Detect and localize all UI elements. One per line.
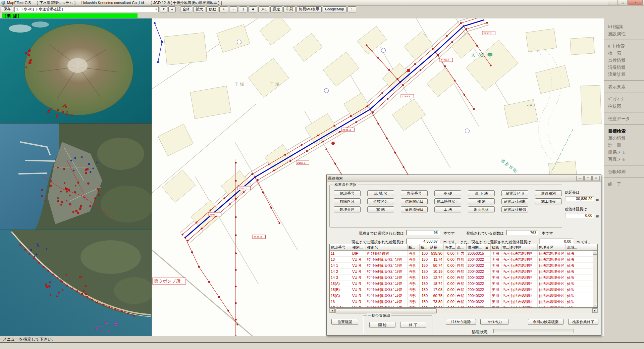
layer-up-button[interactable]: ▲ bbox=[168, 6, 176, 12]
search-button-construction-info[interactable]: 施工情報 bbox=[535, 198, 562, 204]
dialog-maximize-icon[interactable]: □ bbox=[584, 176, 592, 181]
toolbar-button-pan[interactable]: 移動 bbox=[206, 6, 218, 12]
table-row[interactable]: 17-1(A)VU-Rﾘﾌﾞ付硬質塩化ﾋﾞﾆﾙ管円形15040.810.00自然… bbox=[330, 305, 597, 308]
sidebar-item-measure[interactable]: 計 測 bbox=[604, 142, 644, 149]
sidebar-item-inspection-info[interactable]: 点検情報 bbox=[604, 57, 644, 64]
column-header[interactable]: 施設番号 bbox=[330, 244, 351, 250]
search-button-notice-no[interactable]: 告示番号 bbox=[401, 190, 428, 196]
column-header[interactable]: 流域... bbox=[566, 244, 596, 250]
overview-panel-coastline[interactable] bbox=[0, 230, 152, 337]
sidebar-item-route-search[interactable]: ﾙｰﾄ 検索 bbox=[604, 43, 644, 50]
sidebar-item-exit[interactable]: 終 了 bbox=[604, 181, 644, 188]
table-row[interactable]: 14-3VU-Rﾘﾌﾞ付硬質塩化ﾋﾞﾆﾙ管円形15012.740.00自然200… bbox=[330, 275, 597, 281]
sidebar-item-layer-edit[interactable]: ﾚｲﾔ編集 bbox=[604, 23, 644, 30]
layer-select-combobox[interactable]: 1. 下水-01[ 下水道管網確認 ] ▼ bbox=[14, 6, 159, 12]
table-row[interactable]: 15(C)VU-Rﾘﾌﾞ付硬質塩化ﾋﾞﾆﾙ管円形15060.750.00自然20… bbox=[330, 293, 597, 299]
table-row[interactable]: 15(B)VU-Rﾘﾌﾞ付硬質塩化ﾋﾞﾆﾙ管円形15017.080.00自然20… bbox=[330, 287, 597, 293]
scroll-right-icon[interactable]: ▶ bbox=[592, 308, 597, 313]
toolbar-button-settings[interactable]: 設定 bbox=[270, 6, 282, 12]
toolbar-button-scale-1[interactable]: 1 bbox=[239, 6, 248, 12]
search-button-backfill-soil[interactable]: 施工時埋戻土 bbox=[434, 198, 461, 204]
search-button-cross-section[interactable]: 断面形状 bbox=[468, 206, 495, 212]
column-header[interactable]: 処理分区 bbox=[538, 244, 566, 250]
result-table[interactable]: 施設番号種別...種別名断...断...延長管体...流...供用開...最状態… bbox=[329, 244, 598, 308]
finish-search-button[interactable]: 検索作業終了 bbox=[568, 319, 598, 325]
toolbar-button-googlemap[interactable]: GoogleMap bbox=[323, 6, 346, 12]
toolbar-button-plus[interactable]: + bbox=[219, 6, 228, 12]
search-button-drainage-class[interactable]: 排除区分 bbox=[334, 198, 361, 204]
sidebar-item-benchmark[interactable]: ﾍﾞﾝﾁﾏｰｸ bbox=[604, 96, 644, 103]
column-header[interactable]: 種別名 bbox=[366, 244, 408, 250]
sidebar-item-display-elements[interactable]: 表示要素 bbox=[604, 83, 644, 90]
column-header[interactable]: 断... bbox=[408, 244, 420, 250]
position-check-button[interactable]: 位置確認 bbox=[331, 319, 358, 325]
toolbar-button-zoom-in[interactable]: 拡大 bbox=[193, 6, 205, 12]
sidebar-item-search[interactable]: 検 索 bbox=[604, 50, 644, 57]
sidebar-item-arbitrary-data[interactable]: 任意データ bbox=[604, 115, 644, 122]
batch-start-button[interactable]: 開 始 bbox=[369, 322, 395, 328]
scroll-down-icon[interactable]: ▼ bbox=[593, 303, 597, 307]
search-button-type[interactable]: 種 別 bbox=[468, 198, 495, 204]
sidebar-item-flow-calc[interactable]: 流量計算 bbox=[604, 71, 644, 78]
dialog-title-bar[interactable]: 渠線検索 — □ × bbox=[327, 175, 601, 182]
sidebar-item-target-search[interactable]: 目標検索 bbox=[604, 128, 644, 135]
search-button-road-type[interactable]: 道路種別 bbox=[535, 190, 562, 196]
column-header[interactable]: 状態 bbox=[491, 244, 501, 250]
remove-from-list-button[interactable]: ﾘｽﾄから削除 bbox=[446, 319, 476, 325]
column-header[interactable]: 種別... bbox=[351, 244, 366, 250]
search-button-last-cleaning-date[interactable]: 最終清掃日 bbox=[401, 206, 428, 212]
search-button-basin-name[interactable]: 流 域 名 bbox=[367, 190, 394, 196]
search-button-flow-method[interactable]: 流 下 法 bbox=[468, 190, 495, 196]
horizontal-scroll-thumb[interactable] bbox=[335, 308, 437, 313]
search-button-state[interactable]: 状 態 bbox=[367, 206, 394, 212]
scroll-left-icon[interactable]: ◀ bbox=[330, 308, 335, 313]
toolbar-button-more[interactable]: : bbox=[347, 6, 356, 12]
horizontal-scrollbar[interactable]: ◀ ▶ bbox=[329, 308, 598, 313]
overview-panel-island[interactable] bbox=[0, 18, 152, 123]
minimize-icon[interactable]: — bbox=[608, 0, 618, 5]
title-bar[interactable]: MapEffect GIS ［ 下水道管理システム ］ Hokushin Ken… bbox=[0, 0, 644, 6]
close-icon[interactable]: × bbox=[628, 0, 643, 5]
table-row[interactable]: 13VU-Rﾘﾌﾞ付硬質塩化ﾋﾞﾆﾙ管円形15011.740.00自然20040… bbox=[330, 257, 597, 263]
discard-search-button[interactable]: 今回の検索破棄 bbox=[528, 319, 564, 325]
search-button-facility-no[interactable]: 施設番号 bbox=[334, 190, 361, 196]
scroll-up-icon[interactable]: ▲ bbox=[593, 250, 597, 255]
layer-down-button[interactable]: ▼ bbox=[160, 6, 167, 12]
sidebar-item-photo-memo[interactable]: 写真メモ bbox=[604, 156, 644, 163]
table-row[interactable]: 16VU-Rﾘﾌﾞ付硬質塩化ﾋﾞﾆﾙ管円形15073.890.00自然20040… bbox=[330, 299, 597, 305]
search-button-seismic-reinforcement[interactable]: 耐震設計補強 bbox=[501, 206, 528, 212]
column-header[interactable]: 管体... bbox=[444, 244, 456, 250]
column-header[interactable]: 流... bbox=[456, 244, 467, 250]
table-row[interactable]: 14-1VU-Rﾘﾌﾞ付硬質塩化ﾋﾞﾆﾙ管円形15050.740.00自然200… bbox=[330, 263, 597, 269]
sidebar-item-facility-attribute[interactable]: 施設属性 bbox=[604, 30, 644, 37]
sidebar-item-ledger-print[interactable]: 台帳印刷 bbox=[604, 168, 644, 175]
overview-panel-harbor-town[interactable] bbox=[0, 123, 152, 230]
search-button-service-start-date[interactable]: 供用開始日 bbox=[401, 198, 428, 204]
combo-dropdown-icon[interactable]: ▼ bbox=[155, 8, 158, 11]
column-header[interactable]: 供用開... bbox=[467, 244, 484, 250]
table-row[interactable]: 11DIPﾀﾞｸﾀｲﾙ鋳鉄管円形100535.900.00圧力20050315実… bbox=[330, 251, 597, 257]
column-header[interactable]: 排... bbox=[501, 244, 509, 250]
search-button-seismic-diagnosis[interactable]: 耐震設計診断 bbox=[501, 198, 528, 204]
search-button-foundation[interactable]: 基 礎 bbox=[434, 190, 461, 196]
pipe-search-dialog[interactable]: 渠線検索 — □ × 検索条件選択 施設番号流 域 名告示番号基 礎流 下 法耐… bbox=[326, 174, 601, 336]
toolbar-button-minus[interactable]: − bbox=[229, 6, 238, 12]
table-row[interactable]: 14-2VU-Rﾘﾌﾞ付硬質塩化ﾋﾞﾆﾙ管円形15010.190.00自然200… bbox=[330, 269, 597, 275]
table-row[interactable]: 15(A)VU-Rﾘﾌﾞ付硬質塩化ﾋﾞﾆﾙ管円形15018.740.00自然20… bbox=[330, 281, 597, 287]
toolbar-button-view-3plus1[interactable]: 3+1 bbox=[258, 6, 269, 12]
dialog-minimize-icon[interactable]: — bbox=[576, 176, 584, 181]
search-button-method[interactable]: 工 法 bbox=[434, 206, 461, 212]
file-output-button[interactable]: ﾌｧｲﾙ出力 bbox=[480, 319, 508, 325]
search-button-seismic-level[interactable]: 耐震設ﾚﾍﾞﾙ bbox=[501, 190, 528, 196]
sidebar-item-column-section[interactable]: 柱状図 bbox=[604, 103, 644, 110]
column-header[interactable]: 延長 bbox=[429, 244, 444, 250]
toolbar-button-whole-view[interactable]: 全体 bbox=[180, 6, 192, 12]
sidebar-item-simple-memo[interactable]: 簡易メモ bbox=[604, 149, 644, 156]
search-button-treatment-district[interactable]: 処理分区 bbox=[334, 206, 361, 212]
column-header[interactable]: 最 bbox=[484, 244, 491, 250]
batch-end-button[interactable]: 終 了 bbox=[400, 322, 426, 328]
search-button-trunk-branch[interactable]: 幹枝区分 bbox=[367, 198, 394, 204]
toolbar-button-scale-4[interactable]: 4 bbox=[249, 6, 257, 12]
toolbar-button-print[interactable]: 印刷 bbox=[283, 6, 296, 12]
column-header[interactable]: 断... bbox=[420, 244, 429, 250]
